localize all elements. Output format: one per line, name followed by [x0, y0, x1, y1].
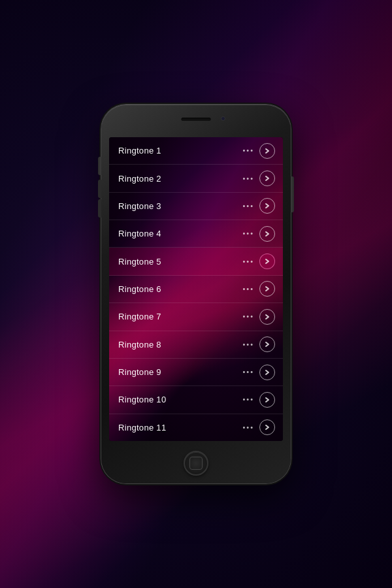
play-button-8[interactable] [259, 336, 275, 352]
play-button-5[interactable] [259, 253, 275, 269]
more-options-icon-11[interactable]: ••• [242, 424, 254, 431]
ringtone-controls-7: ••• [242, 309, 275, 325]
ringtone-label-6: Ringtone 6 [118, 284, 161, 294]
ringtone-item-8[interactable]: Ringtone 8••• [109, 331, 283, 359]
play-button-7[interactable] [259, 309, 275, 325]
ringtone-controls-11: ••• [242, 419, 275, 435]
play-button-3[interactable] [259, 198, 275, 214]
ringtone-label-5: Ringtone 5 [118, 257, 161, 267]
play-button-6[interactable] [259, 281, 275, 297]
ringtone-controls-9: ••• [242, 365, 275, 380]
more-options-icon-8[interactable]: ••• [242, 341, 254, 348]
ringtone-item-3[interactable]: Ringtone 3••• [109, 193, 283, 220]
play-button-2[interactable] [259, 171, 275, 186]
more-options-icon-7[interactable]: ••• [242, 313, 254, 320]
more-options-icon-9[interactable]: ••• [242, 368, 254, 376]
ringtone-controls-2: ••• [242, 171, 275, 186]
phone-screen: Ringtone 1•••Ringtone 2•••Ringtone 3•••R… [109, 137, 283, 441]
ringtone-item-5[interactable]: Ringtone 5••• [109, 248, 283, 275]
ringtone-item-6[interactable]: Ringtone 6••• [109, 276, 283, 303]
phone-device: Ringtone 1•••Ringtone 2•••Ringtone 3•••R… [101, 105, 291, 483]
ringtone-item-2[interactable]: Ringtone 2••• [109, 165, 283, 192]
ringtone-label-1: Ringtone 1 [118, 146, 161, 155]
ringtone-controls-3: ••• [242, 198, 275, 214]
ringtone-label-4: Ringtone 4 [118, 229, 161, 238]
play-button-10[interactable] [259, 392, 275, 408]
play-button-4[interactable] [259, 226, 275, 242]
ringtone-label-10: Ringtone 10 [118, 395, 166, 404]
more-options-icon-6[interactable]: ••• [242, 286, 254, 293]
more-options-icon-5[interactable]: ••• [242, 258, 254, 265]
ringtone-controls-6: ••• [242, 281, 275, 297]
ringtone-controls-4: ••• [242, 226, 275, 242]
ringtone-list: Ringtone 1•••Ringtone 2•••Ringtone 3•••R… [109, 137, 283, 441]
play-button-1[interactable] [259, 143, 275, 159]
ringtone-item-10[interactable]: Ringtone 10••• [109, 386, 283, 414]
ringtone-controls-8: ••• [242, 336, 275, 352]
ringtone-label-7: Ringtone 7 [118, 312, 161, 321]
ringtone-item-1[interactable]: Ringtone 1••• [109, 137, 283, 165]
play-button-9[interactable] [259, 365, 275, 380]
ringtone-label-9: Ringtone 9 [118, 367, 161, 377]
ringtone-controls-10: ••• [242, 392, 275, 408]
more-options-icon-1[interactable]: ••• [242, 147, 254, 154]
more-options-icon-3[interactable]: ••• [242, 203, 254, 210]
home-button[interactable] [184, 451, 208, 476]
ringtone-item-7[interactable]: Ringtone 7••• [109, 303, 283, 331]
play-button-11[interactable] [259, 419, 275, 435]
camera [221, 116, 225, 121]
ringtone-item-11[interactable]: Ringtone 11••• [109, 414, 283, 441]
ringtone-label-8: Ringtone 8 [118, 340, 161, 350]
more-options-icon-4[interactable]: ••• [242, 230, 254, 237]
ringtone-label-2: Ringtone 2 [118, 174, 161, 184]
ringtone-label-3: Ringtone 3 [118, 201, 161, 211]
ringtone-controls-5: ••• [242, 253, 275, 269]
ringtone-item-4[interactable]: Ringtone 4••• [109, 220, 283, 248]
more-options-icon-10[interactable]: ••• [242, 396, 254, 403]
more-options-icon-2[interactable]: ••• [242, 175, 254, 182]
ringtone-label-11: Ringtone 11 [118, 423, 166, 433]
ringtone-item-9[interactable]: Ringtone 9••• [109, 359, 283, 386]
speaker [182, 118, 211, 121]
phone-screen-border: Ringtone 1•••Ringtone 2•••Ringtone 3•••R… [109, 137, 283, 441]
ringtone-controls-1: ••• [242, 143, 275, 159]
